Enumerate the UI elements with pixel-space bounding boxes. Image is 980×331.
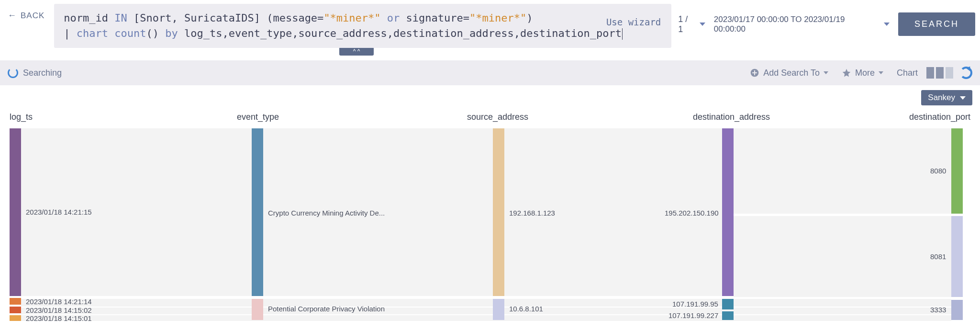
chart-type-icon[interactable]: [926, 67, 934, 79]
query-text: (): [146, 27, 166, 39]
query-text: |: [64, 27, 77, 39]
query-expand-wrap: ^ ^: [48, 47, 665, 56]
node-label: 2023/01/18 14:21:15: [26, 208, 92, 216]
column-header-event: event_type: [237, 112, 279, 122]
star-icon: [842, 68, 851, 78]
node-label: Crypto Currency Mining Activity De...: [268, 209, 385, 217]
time-range-selector[interactable]: 2023/01/17 00:00:00 TO 2023/01/19 00:00:…: [714, 15, 890, 34]
search-status-label: Searching: [23, 68, 62, 78]
node-label: 107.191.99.95: [672, 300, 718, 308]
back-label: BACK: [21, 11, 45, 21]
sankey-selector[interactable]: Sankey: [921, 90, 972, 105]
sankey-node-log-ts-a[interactable]: 2023/01/18 14:21:14: [10, 298, 21, 305]
refresh-button[interactable]: [960, 67, 972, 79]
query-keyword-or: or: [381, 12, 406, 24]
sankey-node-event-main[interactable]: Crypto Currency Mining Activity De...: [252, 128, 263, 296]
chart-type-icon[interactable]: [936, 67, 944, 79]
results-toolbar: Searching Add Search To More Chart: [0, 60, 980, 85]
add-search-to-button[interactable]: Add Search To: [750, 68, 828, 78]
more-label: More: [855, 68, 875, 78]
sankey-node-dst-b[interactable]: 107.191.99.95: [722, 299, 734, 309]
query-text: norm_id: [64, 12, 114, 24]
sankey-node-port-3333[interactable]: 3333: [951, 300, 963, 320]
query-string: "*miner*": [469, 12, 526, 24]
sankey-node-dst-main[interactable]: 195.202.150.190: [722, 128, 734, 296]
chevron-down-icon: [879, 71, 883, 74]
text-cursor: [622, 28, 623, 40]
sankey-node-src-main[interactable]: 192.168.1.123: [493, 128, 504, 296]
chart-subtype-row: Sankey: [0, 85, 980, 105]
page-selector[interactable]: 1 / 1: [678, 14, 705, 34]
sankey-link: [21, 299, 951, 307]
sankey-link: [21, 308, 951, 314]
node-label: 107.191.99.227: [668, 311, 718, 320]
column-header-port: destination_port: [909, 112, 970, 122]
plus-circle-icon: [750, 68, 759, 78]
use-wizard-link[interactable]: Use wizard: [606, 14, 661, 30]
query-string: "*miner*": [323, 12, 380, 24]
node-label: 8081: [930, 252, 946, 261]
column-header-log-ts: log_ts: [10, 112, 33, 122]
query-function: chart count: [77, 27, 146, 39]
node-label: 2023/01/18 14:21:14: [26, 297, 92, 306]
node-label: 2023/01/18 14:15:02: [26, 306, 92, 314]
sankey-node-log-ts-main[interactable]: 2023/01/18 14:21:15: [10, 128, 21, 296]
more-button[interactable]: More: [842, 68, 883, 78]
query-text: ): [526, 12, 533, 24]
expand-query-handle[interactable]: ^ ^: [339, 47, 374, 56]
node-label: 192.168.1.123: [509, 209, 555, 217]
sankey-label: Sankey: [928, 93, 955, 103]
chevron-down-icon: [960, 96, 966, 100]
chevron-down-icon: [700, 23, 705, 26]
chevron-up-icon: ^ ^: [353, 48, 360, 55]
query-input[interactable]: norm_id IN [Snort, SuricataIDS] (message…: [54, 4, 671, 48]
add-search-label: Add Search To: [763, 68, 820, 78]
search-status: Searching: [8, 68, 62, 78]
header-right-controls: 1 / 1 2023/01/17 00:00:00 TO 2023/01/19 …: [678, 4, 975, 36]
node-label: 3333: [930, 306, 946, 314]
column-header-src: source_address: [467, 112, 528, 122]
column-header-dst: destination_address: [693, 112, 770, 122]
node-label: 10.6.8.101: [509, 305, 543, 313]
chart-type-icon[interactable]: [946, 67, 953, 79]
spinner-icon: [8, 68, 18, 78]
sankey-node-src-b[interactable]: 10.6.8.101: [493, 299, 504, 320]
query-keyword-by: by: [165, 27, 178, 39]
sankey-node-log-ts-c[interactable]: 2023/01/18 14:15:01: [10, 315, 21, 321]
query-text: [Snort, SuricataIDS] (message=: [127, 12, 324, 24]
sankey-node-event-b[interactable]: Potential Corporate Privacy Violation: [252, 299, 263, 320]
chevron-down-icon: [884, 23, 890, 26]
query-text: log_ts,event_type,source_address,destina…: [178, 27, 622, 39]
sankey-link: [21, 315, 951, 321]
back-arrow-icon: ←: [8, 11, 17, 21]
sankey-node-port-8080[interactable]: 8080: [951, 128, 963, 214]
chevron-down-icon: [824, 71, 828, 74]
query-text: signature=: [406, 12, 469, 24]
chart-type-selector[interactable]: Chart: [897, 67, 953, 79]
back-button[interactable]: ← BACK: [5, 4, 47, 21]
node-label: Potential Corporate Privacy Violation: [268, 305, 385, 313]
top-bar: ← BACK norm_id IN [Snort, SuricataIDS] (…: [0, 0, 980, 48]
node-label: 195.202.150.190: [665, 209, 719, 217]
sankey-node-dst-c[interactable]: 107.191.99.227: [722, 311, 734, 320]
time-range-label: 2023/01/17 00:00:00 TO 2023/01/19 00:00:…: [714, 15, 877, 34]
sankey-link: [734, 128, 951, 214]
pager-label: 1 / 1: [678, 14, 695, 34]
sankey-node-port-8081[interactable]: 8081: [951, 216, 963, 297]
search-button[interactable]: SEARCH: [898, 12, 975, 36]
chart-label: Chart: [897, 68, 918, 78]
sankey-node-log-ts-b[interactable]: 2023/01/18 14:15:02: [10, 307, 21, 313]
query-keyword-in: IN: [114, 12, 127, 24]
sankey-link: [734, 216, 951, 297]
node-label: 8080: [930, 167, 946, 175]
node-label: 2023/01/18 14:15:01: [26, 314, 92, 322]
sankey-chart: log_ts event_type source_address destina…: [10, 112, 970, 323]
chart-type-icons: [926, 67, 953, 79]
